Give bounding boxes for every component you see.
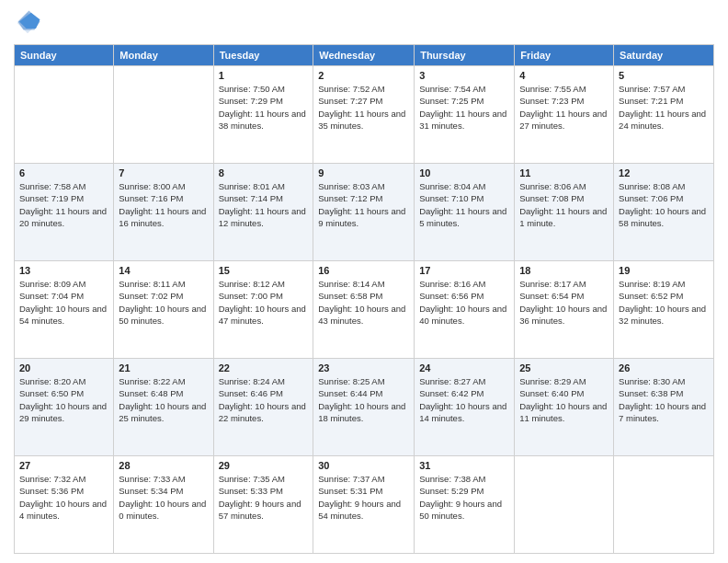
- calendar-cell: 15Sunrise: 8:12 AM Sunset: 7:00 PM Dayli…: [213, 261, 313, 359]
- day-info: Sunrise: 7:58 AM Sunset: 7:19 PM Dayligh…: [19, 180, 108, 229]
- weekday-header-row: SundayMondayTuesdayWednesdayThursdayFrid…: [15, 45, 714, 66]
- calendar-cell: 22Sunrise: 8:24 AM Sunset: 6:46 PM Dayli…: [213, 359, 313, 456]
- weekday-header: Sunday: [15, 45, 114, 66]
- weekday-header: Tuesday: [213, 45, 313, 66]
- day-number: 17: [419, 265, 509, 276]
- day-info: Sunrise: 8:29 AM Sunset: 6:40 PM Dayligh…: [519, 375, 609, 424]
- logo-icon: [14, 9, 41, 37]
- calendar-cell: 28Sunrise: 7:33 AM Sunset: 5:34 PM Dayli…: [114, 456, 213, 554]
- day-info: Sunrise: 8:12 AM Sunset: 7:00 PM Dayligh…: [219, 278, 309, 327]
- day-number: 7: [119, 167, 208, 178]
- page: SundayMondayTuesdayWednesdayThursdayFrid…: [0, 0, 728, 563]
- calendar-cell: 7Sunrise: 8:00 AM Sunset: 7:16 PM Daylig…: [114, 164, 213, 261]
- calendar-cell: 16Sunrise: 8:14 AM Sunset: 6:58 PM Dayli…: [313, 261, 415, 359]
- day-info: Sunrise: 8:08 AM Sunset: 7:06 PM Dayligh…: [619, 180, 709, 229]
- day-info: Sunrise: 8:03 AM Sunset: 7:12 PM Dayligh…: [318, 180, 409, 229]
- day-info: Sunrise: 8:27 AM Sunset: 6:42 PM Dayligh…: [419, 375, 509, 424]
- day-number: 27: [19, 460, 108, 471]
- calendar-cell: 19Sunrise: 8:19 AM Sunset: 6:52 PM Dayli…: [614, 261, 714, 359]
- day-number: 2: [318, 70, 409, 81]
- day-number: 16: [318, 265, 409, 276]
- calendar-cell: 13Sunrise: 8:09 AM Sunset: 7:04 PM Dayli…: [15, 261, 114, 359]
- day-number: 9: [318, 167, 409, 178]
- day-number: 5: [619, 70, 709, 81]
- day-number: 14: [119, 265, 208, 276]
- calendar-cell: 3Sunrise: 7:54 AM Sunset: 7:25 PM Daylig…: [415, 66, 515, 164]
- day-info: Sunrise: 8:09 AM Sunset: 7:04 PM Dayligh…: [19, 278, 108, 327]
- day-number: 6: [19, 167, 108, 178]
- day-number: 22: [219, 362, 309, 373]
- day-number: 11: [519, 167, 609, 178]
- calendar-cell: 27Sunrise: 7:32 AM Sunset: 5:36 PM Dayli…: [15, 456, 114, 554]
- calendar-week-row: 20Sunrise: 8:20 AM Sunset: 6:50 PM Dayli…: [15, 359, 714, 456]
- day-number: 28: [119, 460, 208, 471]
- day-number: 8: [219, 167, 309, 178]
- day-number: 25: [519, 362, 609, 373]
- day-info: Sunrise: 8:25 AM Sunset: 6:44 PM Dayligh…: [318, 375, 409, 424]
- day-number: 18: [519, 265, 609, 276]
- day-number: 4: [519, 70, 609, 81]
- day-info: Sunrise: 7:38 AM Sunset: 5:29 PM Dayligh…: [419, 473, 509, 522]
- day-number: 24: [419, 362, 509, 373]
- day-number: 30: [318, 460, 409, 471]
- calendar-cell: [114, 66, 213, 164]
- day-info: Sunrise: 8:24 AM Sunset: 6:46 PM Dayligh…: [219, 375, 309, 424]
- calendar-table: SundayMondayTuesdayWednesdayThursdayFrid…: [14, 44, 714, 554]
- calendar-cell: 12Sunrise: 8:08 AM Sunset: 7:06 PM Dayli…: [614, 164, 714, 261]
- weekday-header: Wednesday: [313, 45, 415, 66]
- day-info: Sunrise: 7:55 AM Sunset: 7:23 PM Dayligh…: [519, 83, 609, 132]
- calendar-cell: 11Sunrise: 8:06 AM Sunset: 7:08 PM Dayli…: [515, 164, 614, 261]
- day-info: Sunrise: 8:22 AM Sunset: 6:48 PM Dayligh…: [119, 375, 208, 424]
- day-number: 10: [419, 167, 509, 178]
- calendar-cell: 26Sunrise: 8:30 AM Sunset: 6:38 PM Dayli…: [614, 359, 714, 456]
- calendar-week-row: 1Sunrise: 7:50 AM Sunset: 7:29 PM Daylig…: [15, 66, 714, 164]
- day-number: 13: [19, 265, 108, 276]
- day-info: Sunrise: 8:01 AM Sunset: 7:14 PM Dayligh…: [219, 180, 309, 229]
- calendar-week-row: 13Sunrise: 8:09 AM Sunset: 7:04 PM Dayli…: [15, 261, 714, 359]
- calendar-cell: [515, 456, 614, 554]
- logo: [14, 9, 45, 37]
- calendar-cell: 14Sunrise: 8:11 AM Sunset: 7:02 PM Dayli…: [114, 261, 213, 359]
- day-info: Sunrise: 8:14 AM Sunset: 6:58 PM Dayligh…: [318, 278, 409, 327]
- calendar-week-row: 27Sunrise: 7:32 AM Sunset: 5:36 PM Dayli…: [15, 456, 714, 554]
- day-info: Sunrise: 7:54 AM Sunset: 7:25 PM Dayligh…: [419, 83, 509, 132]
- weekday-header: Saturday: [614, 45, 714, 66]
- header: [14, 9, 714, 37]
- calendar-cell: 17Sunrise: 8:16 AM Sunset: 6:56 PM Dayli…: [415, 261, 515, 359]
- calendar-cell: 30Sunrise: 7:37 AM Sunset: 5:31 PM Dayli…: [313, 456, 415, 554]
- day-info: Sunrise: 8:20 AM Sunset: 6:50 PM Dayligh…: [19, 375, 108, 424]
- day-info: Sunrise: 8:06 AM Sunset: 7:08 PM Dayligh…: [519, 180, 609, 229]
- day-info: Sunrise: 8:00 AM Sunset: 7:16 PM Dayligh…: [119, 180, 208, 229]
- day-info: Sunrise: 7:52 AM Sunset: 7:27 PM Dayligh…: [318, 83, 409, 132]
- day-number: 23: [318, 362, 409, 373]
- day-info: Sunrise: 7:37 AM Sunset: 5:31 PM Dayligh…: [318, 473, 409, 522]
- calendar-week-row: 6Sunrise: 7:58 AM Sunset: 7:19 PM Daylig…: [15, 164, 714, 261]
- calendar-cell: 24Sunrise: 8:27 AM Sunset: 6:42 PM Dayli…: [415, 359, 515, 456]
- weekday-header: Monday: [114, 45, 213, 66]
- calendar-cell: 5Sunrise: 7:57 AM Sunset: 7:21 PM Daylig…: [614, 66, 714, 164]
- calendar-cell: 31Sunrise: 7:38 AM Sunset: 5:29 PM Dayli…: [415, 456, 515, 554]
- day-number: 1: [219, 70, 309, 81]
- day-info: Sunrise: 7:35 AM Sunset: 5:33 PM Dayligh…: [219, 473, 309, 522]
- calendar-cell: [15, 66, 114, 164]
- calendar-cell: [614, 456, 714, 554]
- calendar-cell: 9Sunrise: 8:03 AM Sunset: 7:12 PM Daylig…: [313, 164, 415, 261]
- day-info: Sunrise: 8:16 AM Sunset: 6:56 PM Dayligh…: [419, 278, 509, 327]
- weekday-header: Friday: [515, 45, 614, 66]
- calendar-cell: 29Sunrise: 7:35 AM Sunset: 5:33 PM Dayli…: [213, 456, 313, 554]
- day-number: 12: [619, 167, 709, 178]
- calendar-cell: 6Sunrise: 7:58 AM Sunset: 7:19 PM Daylig…: [15, 164, 114, 261]
- day-info: Sunrise: 8:04 AM Sunset: 7:10 PM Dayligh…: [419, 180, 509, 229]
- day-info: Sunrise: 7:50 AM Sunset: 7:29 PM Dayligh…: [219, 83, 309, 132]
- calendar-cell: 8Sunrise: 8:01 AM Sunset: 7:14 PM Daylig…: [213, 164, 313, 261]
- day-number: 21: [119, 362, 208, 373]
- day-info: Sunrise: 8:30 AM Sunset: 6:38 PM Dayligh…: [619, 375, 709, 424]
- day-number: 20: [19, 362, 108, 373]
- day-number: 29: [219, 460, 309, 471]
- calendar-cell: 23Sunrise: 8:25 AM Sunset: 6:44 PM Dayli…: [313, 359, 415, 456]
- calendar-cell: 21Sunrise: 8:22 AM Sunset: 6:48 PM Dayli…: [114, 359, 213, 456]
- calendar-cell: 1Sunrise: 7:50 AM Sunset: 7:29 PM Daylig…: [213, 66, 313, 164]
- calendar-cell: 2Sunrise: 7:52 AM Sunset: 7:27 PM Daylig…: [313, 66, 415, 164]
- day-info: Sunrise: 8:11 AM Sunset: 7:02 PM Dayligh…: [119, 278, 208, 327]
- weekday-header: Thursday: [415, 45, 515, 66]
